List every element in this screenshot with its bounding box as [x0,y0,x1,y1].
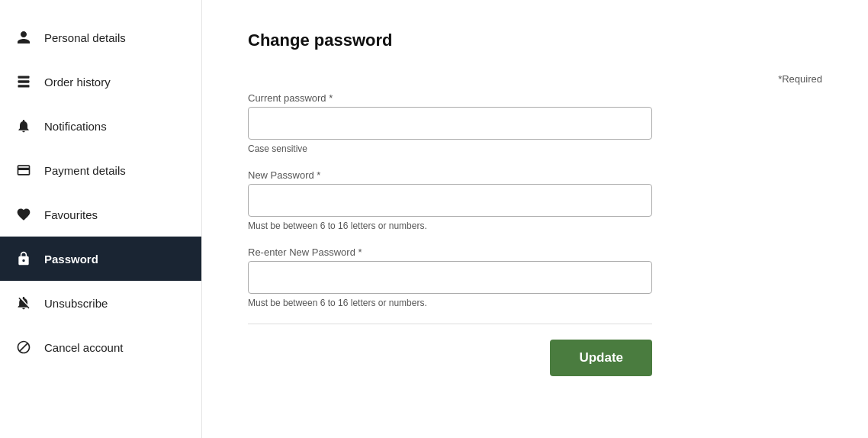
page-title: Change password [248,31,822,50]
svg-rect-0 [18,76,30,79]
sidebar: Personal details Order history Notificat… [0,0,202,438]
sidebar-item-password-label: Password [44,253,98,266]
re-enter-password-group: Re-enter New Password * Must be between … [248,246,822,308]
sidebar-item-unsubscribe-label: Unsubscribe [44,297,108,310]
current-password-input[interactable] [248,107,652,140]
update-button[interactable]: Update [550,340,652,376]
new-password-group: New Password * Must be between 6 to 16 l… [248,169,822,231]
current-password-label: Current password * [248,92,822,104]
sidebar-item-password[interactable]: Password [0,237,201,281]
new-password-hint: Must be between 6 to 16 letters or numbe… [248,221,822,231]
sidebar-item-cancel-account-label: Cancel account [44,341,123,354]
bell-icon [15,118,32,134]
sidebar-item-notifications-label: Notifications [44,120,107,133]
sidebar-item-payment-details[interactable]: Payment details [0,148,201,192]
card-icon [15,162,32,179]
new-password-input[interactable] [248,184,652,217]
svg-rect-1 [18,80,30,82]
person-icon [15,29,32,46]
ban-icon [15,339,32,356]
heart-icon [15,206,32,223]
required-note: *Required [248,73,822,85]
sidebar-item-personal-details[interactable]: Personal details [0,15,201,60]
sidebar-item-cancel-account[interactable]: Cancel account [0,325,201,369]
sidebar-item-order-history[interactable]: Order history [0,60,201,104]
sidebar-item-favourites[interactable]: Favourites [0,192,201,237]
main-content: Change password *Required Current passwo… [202,0,868,438]
re-enter-password-hint: Must be between 6 to 16 letters or numbe… [248,298,822,308]
current-password-group: Current password * Case sensitive [248,92,822,154]
sidebar-item-personal-details-label: Personal details [44,31,126,44]
sidebar-item-notifications[interactable]: Notifications [0,104,201,148]
sidebar-item-payment-details-label: Payment details [44,164,126,177]
receipt-icon [15,73,32,90]
bell-off-icon [15,295,32,311]
form-divider [248,324,652,324]
new-password-label: New Password * [248,169,822,181]
sidebar-item-favourites-label: Favourites [44,208,98,221]
current-password-hint: Case sensitive [248,143,822,154]
re-enter-password-label: Re-enter New Password * [248,246,822,258]
lock-icon [15,250,32,267]
sidebar-item-unsubscribe[interactable]: Unsubscribe [0,281,201,325]
svg-rect-2 [18,85,30,87]
sidebar-item-order-history-label: Order history [44,76,111,89]
re-enter-password-input[interactable] [248,261,652,294]
